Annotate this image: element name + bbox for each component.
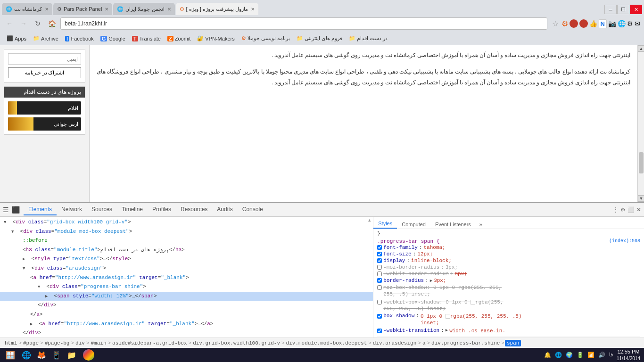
tab-audits[interactable]: Audits bbox=[212, 204, 237, 215]
prop-checkbox-6[interactable] bbox=[377, 278, 382, 283]
styles-tab-events[interactable]: Event Listeners bbox=[430, 220, 476, 229]
styles-tab-styles[interactable]: Styles bbox=[373, 219, 397, 229]
tab-console[interactable]: Console bbox=[238, 204, 268, 215]
email-input[interactable] bbox=[8, 53, 81, 65]
bc-sep-6: > bbox=[189, 340, 192, 346]
devtools-toolbar-right: ⋮ ⚙ ⬜ ✕ bbox=[613, 206, 641, 213]
tab-close[interactable]: ✕ bbox=[251, 7, 255, 12]
bookmark-forums[interactable]: 📁 فروم های اینترنتی bbox=[294, 34, 345, 42]
arrow-down-icon[interactable]: ▼ bbox=[23, 266, 25, 271]
notification-icon[interactable]: 🔔 bbox=[544, 352, 551, 358]
url-text: beta-1.iran2kht.ir bbox=[65, 20, 107, 27]
transition-expand-icon[interactable]: ▶ bbox=[446, 328, 448, 333]
taskbar-ff-icon[interactable]: 🦊 bbox=[36, 349, 47, 361]
breadcrumb-div-module[interactable]: div.module.mod-box.deepest bbox=[285, 340, 368, 346]
bookmark-zoomit[interactable]: Z Zoomit bbox=[165, 35, 193, 42]
start-button[interactable]: 🪟 bbox=[4, 348, 17, 362]
prop-checkbox-8[interactable] bbox=[377, 300, 382, 304]
breadcrumb-span[interactable]: span bbox=[505, 340, 521, 346]
tab-profiles[interactable]: Profiles bbox=[148, 204, 176, 215]
devtools-expand-icon[interactable]: ⋮ bbox=[613, 206, 619, 213]
bookmark-star[interactable]: ☆ bbox=[552, 19, 559, 28]
tab-elements[interactable]: Elements bbox=[24, 204, 57, 215]
bookmark-joomla-prog[interactable]: ⚙ برنامه نویسی جوملا bbox=[239, 34, 293, 42]
close-button[interactable]: ✕ bbox=[630, 5, 642, 14]
bookmark-google[interactable]: G Google bbox=[98, 35, 128, 42]
prop-checkbox-5[interactable] bbox=[377, 272, 382, 276]
tab-kermanshah[interactable]: 🌐 کرمانشاه نت ✕ bbox=[2, 3, 52, 15]
prop-checkbox-4[interactable] bbox=[377, 265, 382, 270]
arrow-r2-icon[interactable]: ▶ bbox=[30, 322, 33, 327]
expand-icon[interactable]: ▶ bbox=[430, 278, 432, 283]
devtools-settings-icon[interactable]: ⚙ bbox=[620, 206, 626, 213]
bookmark-label: Facebook bbox=[71, 36, 93, 41]
breadcrumb-page[interactable]: #page bbox=[22, 340, 40, 346]
html-line-10: </div> bbox=[0, 301, 373, 310]
taskbar-folder-icon[interactable]: 📁 bbox=[66, 349, 77, 361]
styles-tab-more[interactable]: » bbox=[476, 220, 486, 229]
minimize-button[interactable]: – bbox=[604, 5, 617, 14]
tab-resources[interactable]: Resources bbox=[176, 204, 212, 215]
tab-parspack[interactable]: ⚙ Pars Pack Panel ✕ bbox=[53, 3, 112, 15]
tab-close[interactable]: ✕ bbox=[167, 7, 171, 12]
devtools-dock-icon[interactable]: ⬜ bbox=[627, 206, 635, 213]
devtools-toggle-icon[interactable]: ☰ bbox=[3, 206, 9, 214]
breadcrumb-a[interactable]: a bbox=[421, 340, 427, 346]
scroll-down-arrow[interactable]: ▼ bbox=[638, 195, 644, 202]
arrow-icon[interactable]: ▼ bbox=[11, 230, 14, 234]
breadcrumb-div-grid[interactable]: div.grid-box.width100.grid-v bbox=[192, 340, 281, 346]
scroll-thumb[interactable] bbox=[639, 152, 644, 173]
devtools-inspect-icon[interactable]: ⬛ bbox=[12, 206, 20, 214]
taskbar-viber-icon[interactable]: 📱 bbox=[51, 349, 62, 361]
tab-mazol[interactable]: ⚙ [ ویژه ] مازول پیشرفت پروژه ✕ bbox=[176, 3, 258, 15]
subscribe-button[interactable]: اشتراک در خبرنامه bbox=[8, 67, 81, 78]
breadcrumb-div-aras[interactable]: div.arasdesign bbox=[372, 340, 417, 346]
breadcrumb-progress-bar[interactable]: div.progress-bar.shine bbox=[430, 340, 501, 346]
arrow-icon[interactable]: ▼ bbox=[4, 220, 6, 225]
content-paragraph-2: کرمانشاه نت ارائه دهنده انواع قالب های ج… bbox=[97, 66, 630, 88]
prop-checkbox-1[interactable] bbox=[377, 245, 382, 250]
breadcrumb-html[interactable]: html bbox=[4, 340, 18, 346]
reload-button[interactable]: ↻ bbox=[32, 18, 43, 29]
scroll-up-arrow[interactable]: ▲ bbox=[638, 45, 644, 52]
html-scroll-up[interactable]: ▲ bbox=[367, 218, 373, 222]
arrow-d-icon[interactable]: ▼ bbox=[38, 285, 40, 289]
arrow-r-icon[interactable]: ▶ bbox=[45, 294, 48, 299]
prop-checkbox-2[interactable] bbox=[377, 252, 382, 256]
bookmark-vpn[interactable]: 🔐 VPN-Makers bbox=[194, 34, 237, 42]
styles-tab-computed[interactable]: Computed bbox=[397, 220, 430, 229]
taskbar-chrome-icon[interactable] bbox=[83, 349, 94, 361]
breadcrumb-div[interactable]: div bbox=[74, 340, 86, 346]
bookmark-apps[interactable]: ⬛ Apps bbox=[4, 34, 29, 42]
styles-source-link[interactable]: (index):508 bbox=[609, 239, 640, 244]
tab-timeline[interactable]: Timeline bbox=[117, 204, 148, 215]
prop-checkbox-7[interactable] bbox=[377, 285, 382, 290]
home-button[interactable]: 🏠 bbox=[46, 18, 58, 29]
taskbar-ie-icon[interactable]: 🌐 bbox=[21, 349, 32, 361]
prop-checkbox-10[interactable] bbox=[377, 329, 382, 333]
page-scrollbar[interactable]: ▲ ▼ bbox=[637, 45, 644, 202]
tab-close[interactable]: ✕ bbox=[45, 7, 49, 12]
back-button[interactable]: ← bbox=[4, 18, 15, 29]
forward-button[interactable]: → bbox=[18, 18, 29, 29]
maximize-button[interactable]: ☐ bbox=[617, 5, 629, 14]
prop-checkbox-3[interactable] bbox=[377, 258, 382, 263]
settings-nav-icon[interactable]: ⚙ bbox=[627, 20, 633, 27]
bookmark-help[interactable]: 📁 در دست اقدام bbox=[346, 34, 390, 42]
breadcrumb-main[interactable]: #main bbox=[90, 340, 107, 346]
tab-label: کرمانشاه نت bbox=[14, 6, 42, 12]
tab-close[interactable]: ✕ bbox=[105, 7, 108, 12]
breadcrumb-page-bg[interactable]: #page-bg bbox=[44, 340, 71, 346]
bookmark-facebook[interactable]: f Facebook bbox=[62, 35, 97, 42]
bookmark-archive[interactable]: 📁 Archive bbox=[30, 34, 61, 42]
tab-joomla[interactable]: 🌐 انجمن جوملا ایران ✕ bbox=[113, 3, 174, 15]
breadcrumb-aside[interactable]: aside#sidebar-a.grid-box bbox=[111, 340, 188, 346]
bookmark-translate[interactable]: T Translate bbox=[129, 35, 164, 42]
volume-icon[interactable]: 🔊 bbox=[598, 352, 605, 358]
arrow-right-icon[interactable]: ▶ bbox=[23, 257, 25, 262]
devtools-close-icon[interactable]: ✕ bbox=[636, 206, 641, 213]
prop-checkbox-9[interactable] bbox=[377, 314, 382, 319]
tab-network[interactable]: Network bbox=[57, 204, 87, 215]
address-bar[interactable]: beta-1.iran2kht.ir bbox=[60, 17, 547, 30]
tab-sources[interactable]: Sources bbox=[87, 204, 117, 215]
